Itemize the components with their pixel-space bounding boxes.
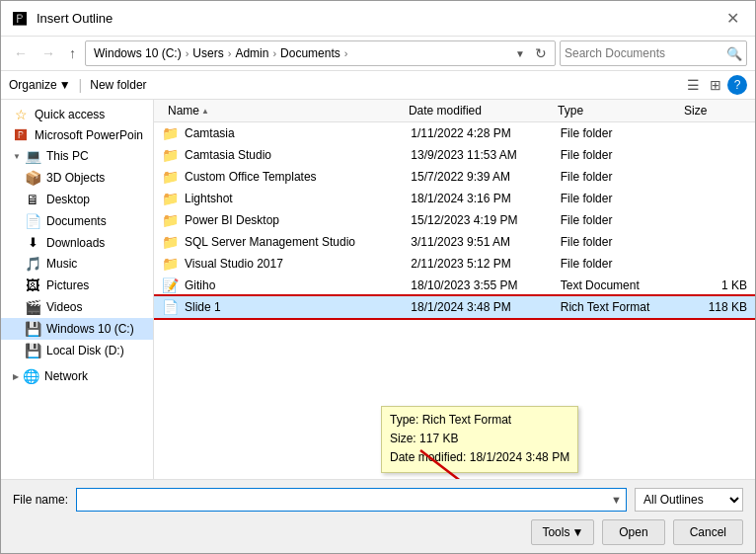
column-name-header[interactable]: Name ▲ <box>162 100 403 121</box>
quick-access-icon: ☆ <box>13 107 29 122</box>
table-row[interactable]: 📝 Gitiho 18/10/2023 3:55 PM Text Documen… <box>154 275 755 296</box>
table-row-selected[interactable]: 📄 Slide 1 18/1/2024 3:48 PM Rich Text Fo… <box>154 296 755 318</box>
table-row[interactable]: 📁 SQL Server Management Studio 3/11/2023… <box>154 231 755 253</box>
search-input[interactable] <box>565 46 726 60</box>
address-bar: Windows 10 (C:) › Users › Admin › Docume… <box>85 40 556 66</box>
table-row[interactable]: 📁 Camtasia Studio 13/9/2023 11:53 AM Fil… <box>154 144 755 166</box>
close-button[interactable]: ✕ <box>722 9 743 28</box>
toolbar: ← → ↑ Windows 10 (C:) › Users › Admin › … <box>1 37 755 71</box>
sort-icon: ▲ <box>201 107 209 116</box>
sidebar-item-pictures[interactable]: 🖼 Pictures <box>1 275 153 296</box>
filename-input-wrap: ▼ <box>76 488 627 512</box>
table-row[interactable]: 📁 Lightshot 18/1/2024 3:16 PM File folde… <box>154 188 755 209</box>
filename-row: File name: ▼ All Outlines <box>13 488 743 512</box>
file-list-header: Name ▲ Date modified Type Size <box>154 100 755 122</box>
sidebar-item-network[interactable]: ▶ 🌐 Network <box>1 365 153 387</box>
music-icon: 🎵 <box>25 256 40 272</box>
column-date-header[interactable]: Date modified <box>403 100 552 121</box>
filename-input[interactable] <box>77 493 607 507</box>
column-type-header[interactable]: Type <box>552 100 678 121</box>
folder-icon: 📁 <box>162 191 179 206</box>
help-button[interactable]: ? <box>727 75 747 95</box>
insert-outline-dialog: 🅿 Insert Outline ✕ ← → ↑ Windows 10 (C:)… <box>0 0 756 554</box>
title-bar: 🅿 Insert Outline ✕ <box>1 1 755 37</box>
breadcrumb-windows[interactable]: Windows 10 (C:) <box>94 46 182 60</box>
sidebar-label-windows-c: Windows 10 (C:) <box>46 322 134 336</box>
expand-icon: ▼ <box>13 152 21 161</box>
main-content: ☆ Quick access 🅿 Microsoft PowerPoin ▼ 💻… <box>1 100 755 479</box>
sidebar-item-windows-c[interactable]: 💾 Windows 10 (C:) <box>1 318 153 340</box>
folder-icon: 📁 <box>162 256 179 272</box>
table-row[interactable]: 📁 Camtasia 1/11/2022 4:28 PM File folder <box>154 122 755 144</box>
sidebar-item-documents[interactable]: 📄 Documents <box>1 210 153 232</box>
folder-icon: 📁 <box>162 169 179 185</box>
actions-bar: Organize ▼ | New folder ☰ ⊞ ? <box>1 71 755 100</box>
filename-dropdown-button[interactable]: ▼ <box>607 494 626 506</box>
open-button[interactable]: Open <box>602 519 664 545</box>
file-tooltip: Type: Rich Text Format Size: 117 KB Date… <box>381 406 578 473</box>
breadcrumb-documents[interactable]: Documents <box>280 46 340 60</box>
forward-button[interactable]: → <box>37 42 60 64</box>
tools-button[interactable]: Tools ▼ <box>531 519 594 545</box>
dialog-title: Insert Outline <box>37 11 372 26</box>
sidebar-label-desktop: Desktop <box>46 193 90 206</box>
breadcrumb-users[interactable]: Users <box>192 46 223 60</box>
powerpoint-icon: 🅿 <box>13 128 29 142</box>
new-folder-button[interactable]: New folder <box>90 78 146 92</box>
sidebar-label-videos: Videos <box>46 300 82 314</box>
refresh-button[interactable]: ↻ <box>531 43 551 63</box>
network-expand-icon: ▶ <box>13 372 19 381</box>
folder-icon: 📁 <box>162 234 179 250</box>
cancel-button[interactable]: Cancel <box>673 519 743 545</box>
table-row[interactable]: 📁 Power BI Desktop 15/12/2023 4:19 PM Fi… <box>154 209 755 231</box>
windows-c-icon: 💾 <box>25 321 40 337</box>
rtf-icon: 📄 <box>162 299 179 315</box>
address-dropdown-button[interactable]: ▼ <box>513 48 527 59</box>
sidebar-label-documents: Documents <box>46 214 107 228</box>
bottom-bar: File name: ▼ All Outlines Tools ▼ Open C… <box>1 479 755 553</box>
sidebar-label-network: Network <box>44 369 88 383</box>
sidebar-label-music: Music <box>46 257 77 271</box>
powerpoint-icon: 🅿 <box>13 11 29 27</box>
folder-icon: 📁 <box>162 212 179 228</box>
up-button[interactable]: ↑ <box>64 42 81 64</box>
view-large-button[interactable]: ⊞ <box>706 75 725 95</box>
sidebar-label-pictures: Pictures <box>46 278 89 292</box>
organize-button[interactable]: Organize ▼ <box>9 78 71 92</box>
search-icon: 🔍 <box>726 46 742 61</box>
sidebar-item-quick-access[interactable]: ☆ Quick access <box>1 104 153 125</box>
sidebar-label-quick-access: Quick access <box>35 108 105 121</box>
search-box: 🔍 <box>560 40 747 66</box>
sidebar-item-music[interactable]: 🎵 Music <box>1 253 153 275</box>
button-row: Tools ▼ Open Cancel <box>13 519 743 545</box>
back-button[interactable]: ← <box>9 42 33 64</box>
text-icon: 📝 <box>162 277 179 293</box>
sidebar-label-powerpoint: Microsoft PowerPoin <box>35 128 143 142</box>
desktop-icon: 🖥 <box>25 192 40 207</box>
sidebar-label-downloads: Downloads <box>46 236 105 250</box>
breadcrumb-admin[interactable]: Admin <box>235 46 268 60</box>
sidebar-item-3d-objects[interactable]: 📦 3D Objects <box>1 167 153 189</box>
sidebar-item-videos[interactable]: 🎬 Videos <box>1 296 153 318</box>
column-size-header[interactable]: Size <box>678 100 747 121</box>
view-details-button[interactable]: ☰ <box>683 75 704 95</box>
filename-label: File name: <box>13 493 68 507</box>
sidebar-item-powerpoint[interactable]: 🅿 Microsoft PowerPoin <box>1 125 153 145</box>
file-list: Name ▲ Date modified Type Size 📁 Camtas <box>154 100 755 479</box>
sidebar-label-3d-objects: 3D Objects <box>46 171 105 185</box>
this-pc-icon: 💻 <box>25 148 40 164</box>
sidebar-item-local-d[interactable]: 💾 Local Disk (D:) <box>1 340 153 361</box>
sidebar-label-local-d: Local Disk (D:) <box>46 344 124 357</box>
network-icon: 🌐 <box>23 368 38 384</box>
table-row[interactable]: 📁 Visual Studio 2017 2/11/2023 5:12 PM F… <box>154 253 755 275</box>
documents-icon: 📄 <box>25 213 40 229</box>
sidebar: ☆ Quick access 🅿 Microsoft PowerPoin ▼ 💻… <box>1 100 154 479</box>
table-row[interactable]: 📁 Custom Office Templates 15/7/2022 9:39… <box>154 166 755 188</box>
filetype-select[interactable]: All Outlines <box>635 488 743 512</box>
sidebar-item-desktop[interactable]: 🖥 Desktop <box>1 189 153 210</box>
folder-icon: 📁 <box>162 147 179 163</box>
sidebar-item-downloads[interactable]: ⬇ Downloads <box>1 232 153 253</box>
local-d-icon: 💾 <box>25 343 40 358</box>
sidebar-item-this-pc[interactable]: ▼ 💻 This PC <box>1 145 153 167</box>
folder-icon: 📁 <box>162 125 179 141</box>
